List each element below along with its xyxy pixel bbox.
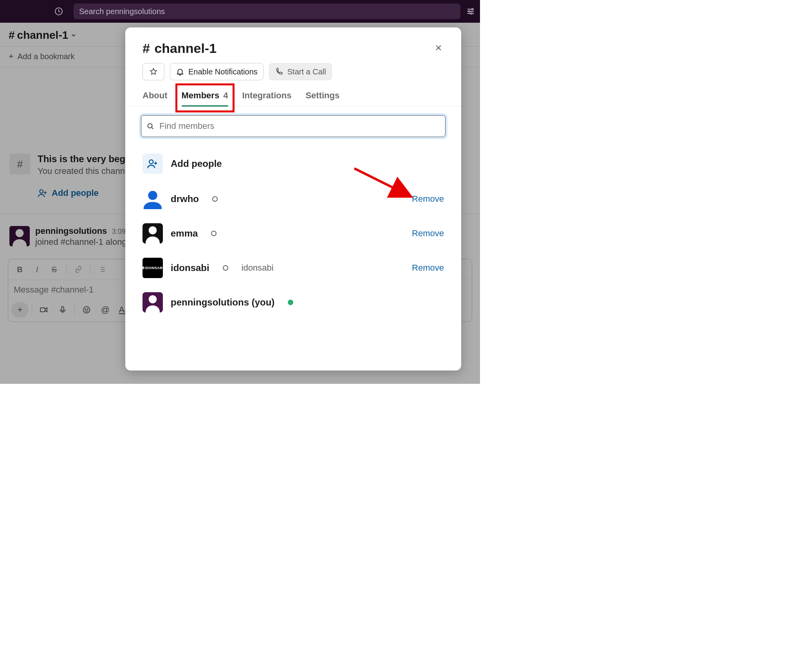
search-filter-button[interactable] bbox=[465, 7, 476, 16]
app-root: Search penningsolutions # channel-1 + Ad… bbox=[0, 0, 480, 384]
presence-away-icon bbox=[212, 196, 218, 202]
remove-member-link[interactable]: Remove bbox=[412, 228, 444, 239]
enable-notifications-label: Enable Notifications bbox=[188, 67, 258, 76]
tab-members[interactable]: Members 4 bbox=[182, 88, 228, 106]
svg-point-13 bbox=[149, 160, 153, 164]
remove-member-link[interactable]: Remove bbox=[412, 194, 444, 204]
member-name: idonsabi bbox=[171, 262, 209, 273]
presence-away-icon bbox=[211, 231, 217, 236]
member-row-emma[interactable]: emma Remove bbox=[141, 216, 446, 251]
add-person-icon-box bbox=[143, 154, 163, 174]
svg-point-2 bbox=[469, 11, 470, 12]
avatar bbox=[143, 292, 163, 313]
top-bar: Search penningsolutions bbox=[0, 0, 480, 23]
svg-point-3 bbox=[471, 13, 472, 14]
close-icon bbox=[435, 44, 442, 52]
phone-icon bbox=[275, 67, 283, 76]
member-name: penningsolutions (you) bbox=[171, 297, 274, 308]
global-search-placeholder: Search penningsolutions bbox=[79, 7, 165, 16]
member-row-drwho[interactable]: drwho Remove bbox=[141, 182, 446, 216]
star-icon bbox=[149, 67, 158, 76]
add-people-label: Add people bbox=[171, 158, 222, 169]
svg-point-12 bbox=[148, 124, 152, 128]
member-row-idonsabi[interactable]: ✚iDONSABI idonsabi idonsabi Remove bbox=[141, 251, 446, 285]
member-subname: idonsabi bbox=[242, 263, 274, 273]
add-person-icon bbox=[147, 158, 159, 170]
remove-member-link[interactable]: Remove bbox=[412, 263, 444, 273]
modal-title-text: channel-1 bbox=[154, 41, 217, 56]
presence-active-icon bbox=[288, 300, 293, 305]
channel-details-modal: # channel-1 Enable Notifications Start a… bbox=[125, 27, 461, 371]
member-name: emma bbox=[171, 228, 198, 239]
tab-settings[interactable]: Settings bbox=[305, 88, 339, 106]
search-icon bbox=[146, 122, 155, 130]
svg-point-1 bbox=[472, 9, 473, 10]
tab-integrations[interactable]: Integrations bbox=[242, 88, 292, 106]
bell-icon bbox=[176, 67, 184, 76]
svg-point-18 bbox=[149, 295, 157, 304]
start-call-button[interactable]: Start a Call bbox=[269, 63, 332, 80]
avatar bbox=[143, 223, 163, 244]
presence-away-icon bbox=[223, 265, 228, 271]
modal-tabs: About Members 4 Integrations Settings bbox=[125, 87, 461, 107]
hash-icon: # bbox=[143, 41, 150, 56]
tab-members-label: Members bbox=[182, 90, 220, 100]
sliders-icon bbox=[466, 7, 475, 16]
star-button[interactable] bbox=[143, 63, 164, 80]
tab-about[interactable]: About bbox=[143, 88, 168, 106]
add-people-button[interactable]: Add people bbox=[141, 137, 446, 182]
avatar: ✚iDONSABI bbox=[143, 258, 163, 278]
global-search[interactable]: Search penningsolutions bbox=[74, 4, 460, 19]
clock-icon bbox=[54, 7, 63, 16]
modal-header: # channel-1 bbox=[125, 27, 461, 60]
modal-action-buttons: Enable Notifications Start a Call bbox=[125, 60, 461, 87]
svg-point-14 bbox=[148, 191, 157, 200]
avatar bbox=[143, 189, 163, 209]
modal-title: # channel-1 bbox=[143, 41, 217, 56]
find-members-input-box bbox=[141, 115, 446, 137]
find-members-wrap bbox=[141, 115, 446, 137]
find-members-input[interactable] bbox=[159, 121, 440, 131]
enable-notifications-button[interactable]: Enable Notifications bbox=[170, 63, 263, 80]
avatar-text: ✚iDONSABI bbox=[143, 266, 163, 270]
svg-point-16 bbox=[149, 226, 157, 235]
members-panel: Add people drwho Remove emma Remove bbox=[125, 107, 461, 324]
start-call-label: Start a Call bbox=[287, 67, 326, 76]
member-name: drwho bbox=[171, 193, 199, 204]
history-button[interactable] bbox=[51, 4, 67, 19]
tab-members-count: 4 bbox=[223, 90, 228, 100]
member-row-penningsolutions[interactable]: penningsolutions (you) bbox=[141, 285, 446, 320]
close-button[interactable] bbox=[431, 41, 446, 55]
